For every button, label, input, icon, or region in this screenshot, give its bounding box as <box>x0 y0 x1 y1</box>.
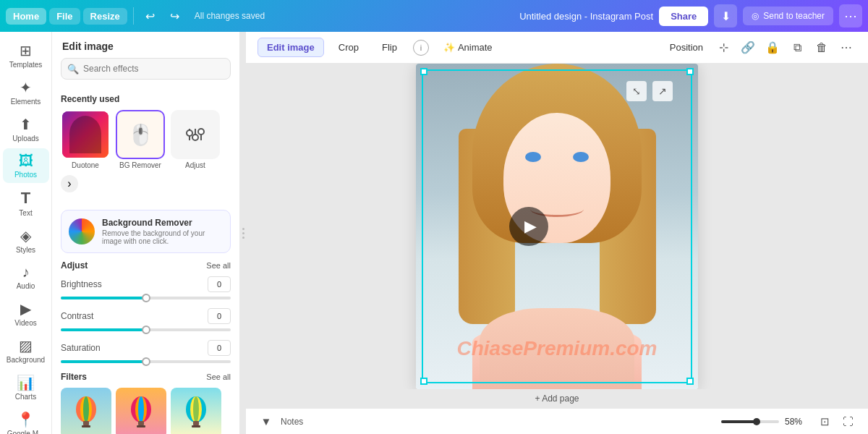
crop-icon-toolbar[interactable]: ⊹ <box>713 38 733 58</box>
edit-image-button[interactable]: Edit image <box>258 38 324 57</box>
brightness-fill <box>61 297 146 299</box>
adjust-see-all[interactable]: See all <box>206 261 231 270</box>
audio-label: Audio <box>17 282 35 290</box>
uploads-icon: ⬆ <box>20 116 32 133</box>
bg-remover-banner[interactable]: Background Remover Remove the background… <box>61 210 231 253</box>
contrast-value[interactable]: 0 <box>208 308 231 324</box>
more-toolbar-icon[interactable]: ⋯ <box>836 38 856 58</box>
saturation-value[interactable]: 0 <box>208 340 231 356</box>
sidebar-item-templates[interactable]: ⊞ Templates <box>3 38 49 73</box>
summer-balloon <box>178 395 214 431</box>
background-icon: ▨ <box>19 337 33 354</box>
download-button[interactable]: ⬇ <box>714 4 737 27</box>
expand-effects[interactable]: › <box>61 175 78 210</box>
saturation-thumb[interactable] <box>142 357 150 366</box>
sidebar-item-background[interactable]: ▨ Background <box>3 333 49 368</box>
expand-icon[interactable]: › <box>61 175 78 192</box>
adjust-section-title: Adjust <box>61 260 88 271</box>
contrast-thumb[interactable] <box>142 326 150 334</box>
sidebar-item-photos[interactable]: 🖼 Photos <box>3 148 49 183</box>
play-button[interactable]: ▶ <box>509 207 548 246</box>
sidebar-item-audio[interactable]: ♪ Audio <box>3 260 49 294</box>
crop-overlay <box>416 64 698 389</box>
videos-icon: ▶ <box>20 300 31 318</box>
fit-screen-icon[interactable]: ⊡ <box>816 413 833 430</box>
crop-handle-bl[interactable] <box>420 378 427 385</box>
send-teacher-button[interactable]: ◎ Send to teacher <box>743 7 833 25</box>
panel-resize-handle[interactable] <box>240 32 246 434</box>
file-button[interactable]: File <box>49 8 80 25</box>
contrast-fill <box>61 328 146 331</box>
more-options-button[interactable]: ⋯ <box>839 4 862 27</box>
fullscreen-icon[interactable]: ⛶ <box>839 413 856 430</box>
resize-button[interactable]: Resize <box>83 8 127 25</box>
effect-duotone[interactable]: Duotone <box>61 110 110 169</box>
brightness-thumb[interactable] <box>142 294 150 302</box>
crop-handle-br[interactable] <box>686 378 694 385</box>
duotone-gradient <box>62 111 109 158</box>
sidebar-item-elements[interactable]: ✦ Elements <box>3 75 49 110</box>
filter-epic[interactable]: Epic <box>61 388 111 434</box>
position-button[interactable]: Position <box>664 39 709 56</box>
animate-star-icon: ✨ <box>443 42 455 53</box>
filter-summer[interactable]: Summer <box>171 388 221 434</box>
animate-label: Animate <box>458 42 493 53</box>
brightness-row: Brightness 0 <box>61 276 231 299</box>
notes-button[interactable]: Notes <box>281 417 303 427</box>
zoom-slider[interactable] <box>721 420 779 423</box>
link-icon[interactable]: 🔗 <box>738 38 758 58</box>
home-button[interactable]: Home <box>6 8 46 25</box>
summer-thumb <box>171 388 221 434</box>
search-icon: 🔍 <box>67 64 79 75</box>
adjust-effect-label: Adjust <box>185 161 205 169</box>
collapse-icon[interactable]: ▼ <box>258 413 275 430</box>
send-teacher-label: Send to teacher <box>763 11 825 21</box>
undo-button[interactable]: ↩ <box>140 5 161 27</box>
saturation-track[interactable] <box>61 360 231 363</box>
delete-icon[interactable]: 🗑 <box>812 38 832 58</box>
zoom-thumb[interactable] <box>753 418 760 425</box>
adjust-section-header: Adjust See all <box>61 260 231 271</box>
right-content: Edit image Crop Flip i ✨ Animate Positio… <box>246 32 868 434</box>
second-toolbar: Edit image Crop Flip i ✨ Animate Positio… <box>246 32 868 64</box>
crop-handle-tl[interactable] <box>420 68 427 75</box>
canvas-page[interactable]: ▶ ↻ ChiasePremium.com <box>416 64 698 389</box>
share-button[interactable]: Share <box>659 7 708 26</box>
epic-balloon <box>68 395 104 431</box>
adjust-thumb <box>171 110 220 159</box>
canvas-export-icon[interactable]: ↗ <box>652 81 673 101</box>
resize-dots <box>242 228 244 239</box>
copy-icon[interactable]: ⧉ <box>787 38 807 58</box>
sidebar-item-uploads[interactable]: ⬆ Uploads <box>3 111 49 147</box>
styles-label: Styles <box>16 246 35 254</box>
sidebar-item-styles[interactable]: ◈ Styles <box>3 223 49 258</box>
elements-icon: ✦ <box>20 79 32 96</box>
flip-button[interactable]: Flip <box>373 38 406 56</box>
add-page-button[interactable]: + Add page <box>535 393 579 404</box>
brightness-track[interactable] <box>61 297 231 299</box>
brightness-value[interactable]: 0 <box>208 276 231 292</box>
crop-button[interactable]: Crop <box>330 38 367 56</box>
contrast-track[interactable] <box>61 328 231 331</box>
canvas-resize-icon[interactable]: ⤡ <box>626 81 647 101</box>
bg-banner-title: Background Remover <box>102 218 223 228</box>
info-button[interactable]: i <box>413 40 429 56</box>
videos-label: Videos <box>14 319 36 327</box>
search-input[interactable] <box>61 58 231 80</box>
filter-festive[interactable]: Festive <box>116 388 166 434</box>
bg-banner-subtitle: Remove the background of your image with… <box>102 229 223 245</box>
redo-button[interactable]: ↪ <box>164 5 186 27</box>
sidebar-item-google-maps[interactable]: 📍 Google M... <box>3 407 49 434</box>
adjust-icon <box>184 123 207 146</box>
filters-see-all[interactable]: See all <box>206 373 231 381</box>
lock-icon[interactable]: 🔒 <box>762 38 783 58</box>
effect-adjust[interactable]: Adjust <box>171 110 220 169</box>
animate-button[interactable]: ✨ Animate <box>435 38 501 56</box>
sidebar-item-text[interactable]: T Text <box>3 184 49 221</box>
sidebar-item-charts[interactable]: 📊 Charts <box>3 370 49 405</box>
crop-selection[interactable] <box>422 69 692 383</box>
sidebar-item-videos[interactable]: ▶ Videos <box>3 296 49 331</box>
bg-banner-icon <box>69 218 95 244</box>
effect-bg-remover[interactable]: 🖱️ BG Remover <box>116 110 165 169</box>
crop-handle-tr[interactable] <box>686 68 694 75</box>
